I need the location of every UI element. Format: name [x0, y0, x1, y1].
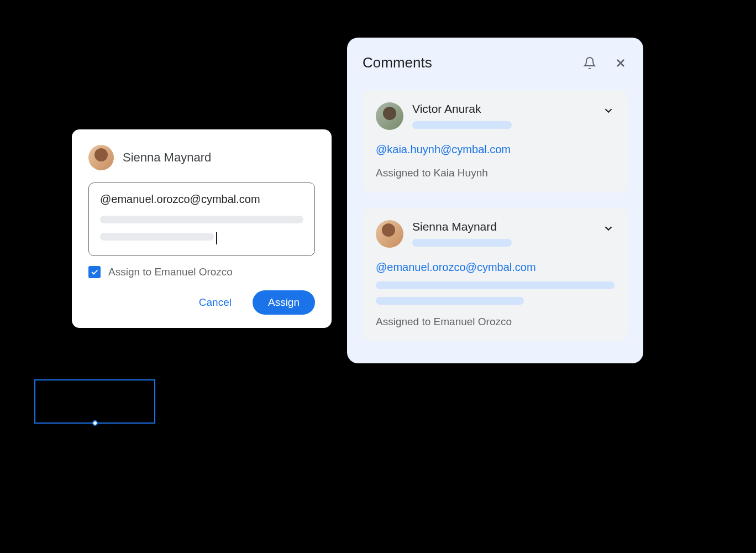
assigned-to-text: Assigned to Emanuel Orozco	[376, 316, 615, 328]
mention-text: @emanuel.orozco@cymbal.com	[100, 193, 303, 206]
assigned-to-text: Assigned to Kaia Huynh	[376, 167, 615, 179]
placeholder-line	[412, 121, 512, 129]
new-comment-header: Sienna Maynard	[88, 145, 315, 170]
selection-handle[interactable]	[92, 420, 98, 426]
expand-button[interactable]	[602, 105, 615, 119]
comment-card-header: Victor Anurak	[376, 102, 615, 130]
placeholder-line	[376, 281, 615, 289]
mention-link[interactable]: @emanuel.orozco@cymbal.com	[376, 261, 615, 274]
avatar	[88, 145, 114, 170]
mention-link[interactable]: @kaia.huynh@cymbal.com	[376, 143, 615, 156]
avatar	[376, 220, 403, 248]
comment-card-header: Sienna Maynard	[376, 220, 615, 248]
assign-checkbox-label: Assign to Emanuel Orozco	[108, 266, 233, 278]
comment-author-name: Victor Anurak	[412, 102, 594, 116]
chevron-down-icon	[602, 222, 615, 234]
placeholder-line	[100, 233, 214, 241]
close-icon	[614, 56, 627, 70]
close-button[interactable]	[613, 56, 628, 70]
expand-button[interactable]	[602, 222, 615, 237]
text-cursor	[216, 232, 217, 244]
comment-card[interactable]: Victor Anurak @kaia.huynh@cymbal.com Ass…	[363, 90, 628, 192]
check-icon	[90, 268, 99, 276]
comments-panel: Comments Victor Anurak @kaia.huynh@cym	[347, 38, 643, 363]
comment-author-name: Sienna Maynard	[412, 220, 594, 233]
chevron-down-icon	[602, 105, 615, 117]
cancel-button[interactable]: Cancel	[183, 290, 247, 315]
assign-checkbox[interactable]	[88, 266, 101, 278]
placeholder-line	[376, 297, 524, 305]
cell-selection-box	[34, 379, 155, 424]
assign-checkbox-row[interactable]: Assign to Emanuel Orozco	[88, 266, 315, 278]
new-comment-dialog: Sienna Maynard @emanuel.orozco@cymbal.co…	[72, 129, 332, 328]
bell-icon	[583, 56, 596, 70]
avatar	[376, 102, 403, 130]
comment-card[interactable]: Sienna Maynard @emanuel.orozco@cymbal.co…	[363, 208, 628, 341]
comments-panel-header: Comments	[363, 54, 628, 71]
dialog-buttons: Cancel Assign	[88, 290, 315, 315]
placeholder-line	[100, 216, 303, 223]
placeholder-line	[412, 239, 512, 247]
comment-author-name: Sienna Maynard	[123, 150, 211, 165]
assign-button[interactable]: Assign	[253, 290, 315, 315]
notifications-button[interactable]	[582, 56, 597, 70]
comments-panel-title: Comments	[363, 54, 566, 71]
comment-textbox[interactable]: @emanuel.orozco@cymbal.com	[88, 182, 315, 256]
